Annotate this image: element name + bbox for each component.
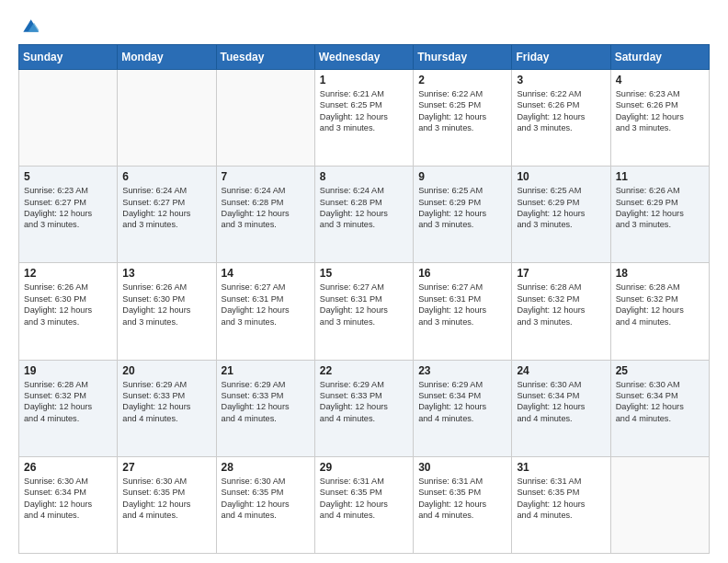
calendar-cell: 31Sunrise: 6:31 AMSunset: 6:35 PMDayligh… xyxy=(512,456,610,553)
calendar-weekday-header: Monday xyxy=(118,45,216,70)
calendar-cell: 28Sunrise: 6:30 AMSunset: 6:35 PMDayligh… xyxy=(216,456,314,553)
calendar-cell: 25Sunrise: 6:30 AMSunset: 6:34 PMDayligh… xyxy=(610,360,709,456)
day-info: Sunrise: 6:25 AMSunset: 6:29 PMDaylight:… xyxy=(418,185,506,231)
calendar-weekday-header: Wednesday xyxy=(314,45,413,70)
day-info: Sunrise: 6:30 AMSunset: 6:34 PMDaylight:… xyxy=(517,379,605,425)
calendar-cell xyxy=(610,456,709,553)
calendar-cell: 13Sunrise: 6:26 AMSunset: 6:30 PMDayligh… xyxy=(118,263,216,360)
calendar-table: SundayMondayTuesdayWednesdayThursdayFrid… xyxy=(18,44,710,554)
day-number: 19 xyxy=(24,364,112,377)
calendar-cell: 24Sunrise: 6:30 AMSunset: 6:34 PMDayligh… xyxy=(512,360,610,456)
day-number: 3 xyxy=(517,74,605,86)
day-number: 17 xyxy=(517,267,605,280)
day-info: Sunrise: 6:30 AMSunset: 6:35 PMDaylight:… xyxy=(122,476,210,522)
logo-icon xyxy=(20,17,39,35)
day-number: 5 xyxy=(24,170,112,183)
day-info: Sunrise: 6:28 AMSunset: 6:32 PMDaylight:… xyxy=(616,282,704,327)
calendar-cell: 3Sunrise: 6:22 AMSunset: 6:26 PMDaylight… xyxy=(512,70,610,167)
day-info: Sunrise: 6:28 AMSunset: 6:32 PMDaylight:… xyxy=(517,282,605,327)
calendar-cell: 14Sunrise: 6:27 AMSunset: 6:31 PMDayligh… xyxy=(216,263,314,360)
day-number: 1 xyxy=(320,74,408,86)
day-number: 9 xyxy=(418,170,506,183)
day-number: 18 xyxy=(616,267,704,280)
calendar-weekday-header: Friday xyxy=(512,45,610,70)
day-number: 27 xyxy=(122,461,210,474)
day-number: 22 xyxy=(320,364,408,377)
page: SundayMondayTuesdayWednesdayThursdayFrid… xyxy=(0,0,728,563)
day-number: 28 xyxy=(222,461,310,474)
day-info: Sunrise: 6:27 AMSunset: 6:31 PMDaylight:… xyxy=(222,282,310,327)
day-info: Sunrise: 6:30 AMSunset: 6:34 PMDaylight:… xyxy=(24,476,112,522)
calendar-cell: 11Sunrise: 6:26 AMSunset: 6:29 PMDayligh… xyxy=(610,167,709,263)
day-info: Sunrise: 6:30 AMSunset: 6:35 PMDaylight:… xyxy=(222,476,310,522)
day-info: Sunrise: 6:29 AMSunset: 6:34 PMDaylight:… xyxy=(418,379,506,425)
header xyxy=(18,17,710,35)
calendar-cell: 7Sunrise: 6:24 AMSunset: 6:28 PMDaylight… xyxy=(216,167,314,263)
calendar-week-row: 19Sunrise: 6:28 AMSunset: 6:32 PMDayligh… xyxy=(19,360,710,456)
calendar-cell: 5Sunrise: 6:23 AMSunset: 6:27 PMDaylight… xyxy=(19,167,118,263)
day-number: 23 xyxy=(418,364,506,377)
day-info: Sunrise: 6:23 AMSunset: 6:26 PMDaylight:… xyxy=(616,88,704,134)
calendar-cell: 29Sunrise: 6:31 AMSunset: 6:35 PMDayligh… xyxy=(314,456,413,553)
day-number: 6 xyxy=(122,170,210,183)
day-number: 12 xyxy=(24,267,112,280)
day-info: Sunrise: 6:30 AMSunset: 6:34 PMDaylight:… xyxy=(616,379,704,425)
calendar-cell xyxy=(216,70,314,167)
calendar-cell: 6Sunrise: 6:24 AMSunset: 6:27 PMDaylight… xyxy=(118,167,216,263)
calendar-cell: 19Sunrise: 6:28 AMSunset: 6:32 PMDayligh… xyxy=(19,360,118,456)
calendar-weekday-header: Saturday xyxy=(610,45,709,70)
day-info: Sunrise: 6:22 AMSunset: 6:26 PMDaylight:… xyxy=(517,88,605,134)
calendar-cell: 18Sunrise: 6:28 AMSunset: 6:32 PMDayligh… xyxy=(610,263,709,360)
day-number: 15 xyxy=(320,267,408,280)
calendar-cell: 4Sunrise: 6:23 AMSunset: 6:26 PMDaylight… xyxy=(610,70,709,167)
calendar-cell: 22Sunrise: 6:29 AMSunset: 6:33 PMDayligh… xyxy=(314,360,413,456)
calendar-cell: 8Sunrise: 6:24 AMSunset: 6:28 PMDaylight… xyxy=(314,167,413,263)
day-number: 14 xyxy=(222,267,310,280)
day-info: Sunrise: 6:29 AMSunset: 6:33 PMDaylight:… xyxy=(320,379,408,425)
calendar-cell: 27Sunrise: 6:30 AMSunset: 6:35 PMDayligh… xyxy=(118,456,216,553)
day-info: Sunrise: 6:31 AMSunset: 6:35 PMDaylight:… xyxy=(517,476,605,522)
calendar-cell: 16Sunrise: 6:27 AMSunset: 6:31 PMDayligh… xyxy=(414,263,512,360)
calendar-cell: 23Sunrise: 6:29 AMSunset: 6:34 PMDayligh… xyxy=(414,360,512,456)
day-info: Sunrise: 6:24 AMSunset: 6:27 PMDaylight:… xyxy=(122,185,210,231)
calendar-cell: 12Sunrise: 6:26 AMSunset: 6:30 PMDayligh… xyxy=(19,263,118,360)
calendar-cell: 2Sunrise: 6:22 AMSunset: 6:25 PMDaylight… xyxy=(414,70,512,167)
calendar-cell: 21Sunrise: 6:29 AMSunset: 6:33 PMDayligh… xyxy=(216,360,314,456)
day-number: 4 xyxy=(616,74,704,86)
day-info: Sunrise: 6:29 AMSunset: 6:33 PMDaylight:… xyxy=(122,379,210,425)
day-info: Sunrise: 6:29 AMSunset: 6:33 PMDaylight:… xyxy=(222,379,310,425)
day-number: 10 xyxy=(517,170,605,183)
calendar-cell: 20Sunrise: 6:29 AMSunset: 6:33 PMDayligh… xyxy=(118,360,216,456)
calendar-cell: 15Sunrise: 6:27 AMSunset: 6:31 PMDayligh… xyxy=(314,263,413,360)
day-info: Sunrise: 6:27 AMSunset: 6:31 PMDaylight:… xyxy=(320,282,408,327)
calendar-weekday-header: Tuesday xyxy=(216,45,314,70)
calendar-cell: 17Sunrise: 6:28 AMSunset: 6:32 PMDayligh… xyxy=(512,263,610,360)
day-number: 21 xyxy=(222,364,310,377)
day-info: Sunrise: 6:22 AMSunset: 6:25 PMDaylight:… xyxy=(418,88,506,134)
day-number: 31 xyxy=(517,461,605,474)
calendar-cell: 1Sunrise: 6:21 AMSunset: 6:25 PMDaylight… xyxy=(314,70,413,167)
calendar-week-row: 12Sunrise: 6:26 AMSunset: 6:30 PMDayligh… xyxy=(19,263,710,360)
day-info: Sunrise: 6:26 AMSunset: 6:30 PMDaylight:… xyxy=(122,282,210,327)
calendar-weekday-header: Thursday xyxy=(414,45,512,70)
calendar-cell: 9Sunrise: 6:25 AMSunset: 6:29 PMDaylight… xyxy=(414,167,512,263)
day-info: Sunrise: 6:31 AMSunset: 6:35 PMDaylight:… xyxy=(320,476,408,522)
day-number: 24 xyxy=(517,364,605,377)
day-info: Sunrise: 6:23 AMSunset: 6:27 PMDaylight:… xyxy=(24,185,112,231)
day-info: Sunrise: 6:26 AMSunset: 6:29 PMDaylight:… xyxy=(616,185,704,231)
calendar-cell: 30Sunrise: 6:31 AMSunset: 6:35 PMDayligh… xyxy=(414,456,512,553)
day-number: 30 xyxy=(418,461,506,474)
day-number: 13 xyxy=(122,267,210,280)
day-number: 20 xyxy=(122,364,210,377)
day-info: Sunrise: 6:24 AMSunset: 6:28 PMDaylight:… xyxy=(222,185,310,231)
day-info: Sunrise: 6:31 AMSunset: 6:35 PMDaylight:… xyxy=(418,476,506,522)
calendar-cell xyxy=(19,70,118,167)
calendar-week-row: 1Sunrise: 6:21 AMSunset: 6:25 PMDaylight… xyxy=(19,70,710,167)
day-number: 2 xyxy=(418,74,506,86)
day-info: Sunrise: 6:26 AMSunset: 6:30 PMDaylight:… xyxy=(24,282,112,327)
calendar-week-row: 5Sunrise: 6:23 AMSunset: 6:27 PMDaylight… xyxy=(19,167,710,263)
calendar-cell: 10Sunrise: 6:25 AMSunset: 6:29 PMDayligh… xyxy=(512,167,610,263)
calendar-week-row: 26Sunrise: 6:30 AMSunset: 6:34 PMDayligh… xyxy=(19,456,710,553)
day-number: 16 xyxy=(418,267,506,280)
day-number: 8 xyxy=(320,170,408,183)
